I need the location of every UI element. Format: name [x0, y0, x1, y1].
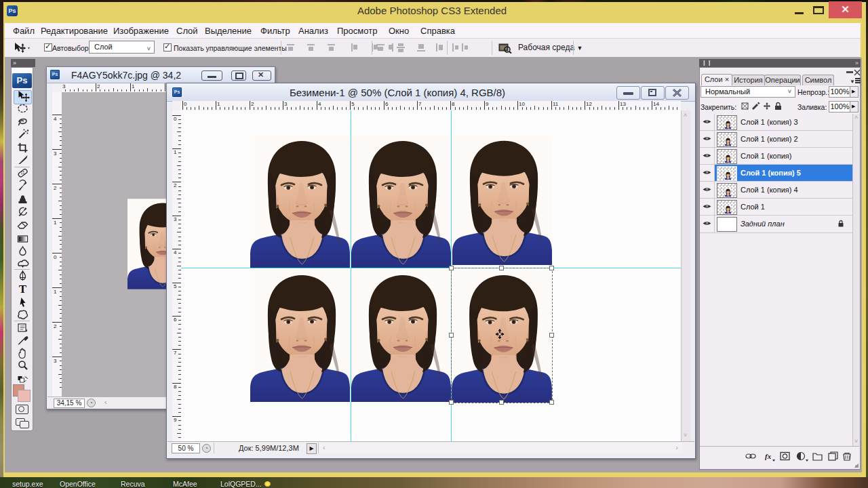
svg-text:fx: fx [765, 452, 772, 460]
svg-text:T: T [19, 283, 27, 296]
